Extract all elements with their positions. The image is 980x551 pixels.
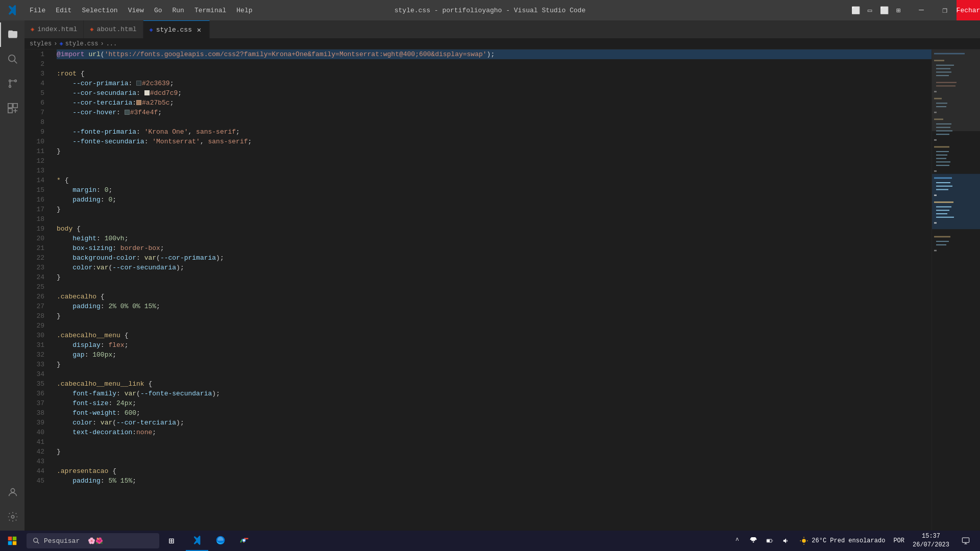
ln-21: 21 [24, 243, 48, 253]
ln-27: 27 [24, 302, 48, 311]
ln-11: 11 [24, 146, 48, 156]
volume-icon[interactable] [779, 534, 793, 548]
tab-about-html[interactable]: ◈ about.html [84, 20, 143, 38]
show-hidden-icons[interactable]: ^ [730, 534, 744, 548]
tab-index-html[interactable]: ◈ index.html [24, 20, 84, 38]
breadcrumb-file[interactable]: style.css [65, 40, 99, 47]
close-button[interactable]: Fechar [957, 0, 980, 20]
code-line-16: padding: 0; [57, 195, 932, 205]
search-icon[interactable] [0, 47, 24, 71]
ln-6: 6 [24, 98, 48, 108]
source-control-icon[interactable] [0, 71, 24, 96]
svg-rect-62 [13, 537, 17, 541]
explorer-icon[interactable] [0, 22, 24, 47]
maximize-button[interactable]: ❐ [933, 0, 957, 20]
svg-point-1 [9, 55, 15, 62]
svg-rect-30 [934, 146, 949, 148]
search-bar[interactable]: Pesquisar 🌸🌺 [27, 533, 159, 548]
svg-rect-42 [934, 194, 937, 196]
clock[interactable]: 15:37 26/07/2023 [909, 531, 953, 550]
tab-label-index: index.html [37, 26, 77, 33]
ln-3: 3 [24, 69, 48, 79]
svg-rect-46 [936, 213, 947, 214]
panel-layout-icon[interactable]: ▭ [863, 3, 877, 17]
menu-view[interactable]: View [123, 0, 149, 20]
taskbar-chrome[interactable] [233, 531, 255, 551]
svg-rect-49 [934, 236, 950, 238]
ln-7: 7 [24, 108, 48, 117]
code-line-42: } [57, 447, 932, 457]
svg-rect-32 [936, 155, 947, 156]
svg-rect-31 [936, 151, 949, 152]
code-line-2 [57, 59, 932, 69]
title-bar: File Edit Selection View Go Run Terminal… [0, 0, 980, 20]
code-line-17: } [57, 205, 932, 214]
ln-20: 20 [24, 234, 48, 243]
minimap[interactable] [932, 49, 980, 533]
svg-point-3 [9, 86, 11, 88]
tabs-bar: ◈ index.html ◈ about.html ◈ style.css ✕ [24, 20, 980, 38]
editor-area: ◈ index.html ◈ about.html ◈ style.css ✕ … [24, 20, 980, 533]
menu-file[interactable]: File [24, 0, 51, 20]
notification-center[interactable] [955, 531, 976, 551]
task-view-button[interactable]: ⊞ [161, 531, 182, 551]
svg-rect-40 [936, 186, 952, 187]
code-line-38: font-weight: 600; [57, 408, 932, 418]
ln-28: 28 [24, 311, 48, 321]
code-line-19: body { [57, 224, 932, 234]
menu-go[interactable]: Go [149, 0, 167, 20]
svg-rect-43 [934, 202, 953, 203]
code-area[interactable]: @import url('https://fonts.googleapis.co… [53, 49, 932, 533]
weather-widget[interactable]: 26°C Pred ensolarado [795, 534, 889, 547]
breadcrumb-css-icon: ◈ [59, 40, 63, 47]
code-line-23: color:var(--cor-secundaria); [57, 263, 932, 272]
sidebar-layout-icon[interactable]: ⬜ [877, 3, 891, 17]
code-line-25 [57, 282, 932, 292]
ln-44: 44 [24, 466, 48, 476]
minimize-button[interactable]: — [910, 0, 933, 20]
menu-terminal[interactable]: Terminal [189, 0, 231, 20]
date: 26/07/2023 [913, 541, 949, 549]
svg-rect-29 [934, 139, 937, 141]
ln-37: 37 [24, 398, 48, 408]
customize-layout-icon[interactable]: ⊞ [891, 3, 905, 17]
ln-30: 30 [24, 331, 48, 340]
svg-rect-7 [13, 104, 17, 108]
tab-style-css[interactable]: ◈ style.css ✕ [143, 20, 210, 38]
accounts-icon[interactable] [0, 480, 24, 505]
svg-point-10 [11, 515, 14, 518]
minimap-slider[interactable] [932, 49, 980, 131]
extensions-icon[interactable] [0, 96, 24, 120]
taskbar-edge[interactable] [209, 531, 232, 551]
code-line-45: padding: 5% 15%; [57, 476, 932, 486]
svg-rect-28 [936, 134, 949, 135]
svg-rect-35 [936, 165, 949, 166]
ln-39: 39 [24, 418, 48, 428]
menu-run[interactable]: Run [167, 0, 189, 20]
start-button[interactable] [0, 531, 24, 551]
code-line-8 [57, 117, 932, 127]
menu-selection[interactable]: Selection [77, 0, 122, 20]
svg-line-2 [14, 61, 17, 63]
menu-help[interactable]: Help [231, 0, 257, 20]
breadcrumb-symbol[interactable]: ... [106, 40, 117, 47]
time: 15:37 [913, 532, 949, 541]
html-icon-about: ◈ [90, 26, 93, 33]
activity-bar [0, 20, 24, 533]
battery-icon[interactable] [763, 534, 777, 548]
keyboard-language[interactable]: POR [891, 535, 906, 547]
svg-rect-41 [936, 189, 948, 190]
ln-25: 25 [24, 282, 48, 292]
vscode-logo[interactable] [0, 0, 24, 20]
breadcrumb-styles[interactable]: styles [30, 40, 52, 47]
ln-31: 31 [24, 340, 48, 350]
settings-icon[interactable] [0, 505, 24, 529]
menu-edit[interactable]: Edit [51, 0, 77, 20]
split-editor-icon[interactable]: ⬜ [848, 3, 863, 17]
close-tab-icon[interactable]: ✕ [195, 26, 203, 34]
taskbar-vscode[interactable] [186, 531, 208, 551]
network-icon[interactable] [746, 534, 761, 548]
svg-point-9 [11, 489, 14, 492]
code-line-32: gap: 100px; [57, 350, 932, 360]
svg-rect-61 [8, 537, 12, 541]
